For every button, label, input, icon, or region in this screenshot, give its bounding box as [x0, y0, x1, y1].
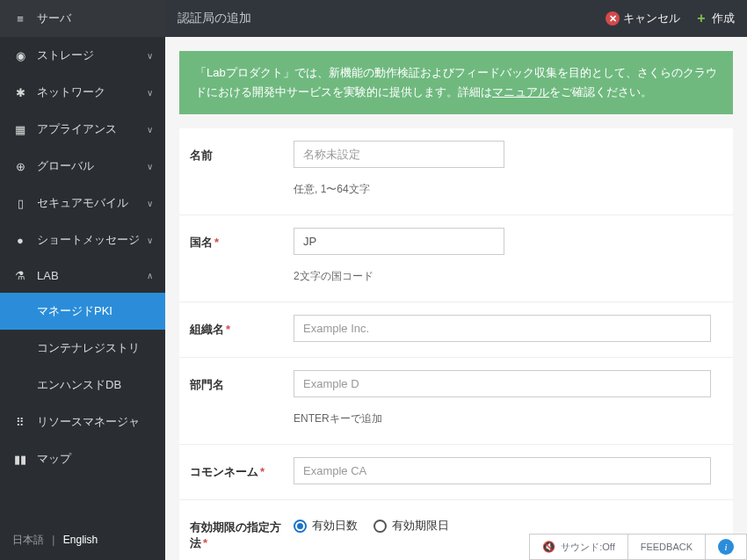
- mobile-icon: ▯: [12, 197, 28, 210]
- create-button[interactable]: +作成: [694, 11, 735, 26]
- country-hint: 2文字の国コード: [294, 264, 733, 289]
- footer-bar: 🔇サウンド:Off FEEDBACK i: [530, 534, 747, 560]
- feedback-button[interactable]: FEEDBACK: [627, 534, 706, 560]
- name-hint: 任意, 1〜64文字: [294, 177, 733, 202]
- radio-unchecked-icon: [374, 520, 387, 533]
- language-switcher[interactable]: 日本語 | English: [0, 520, 165, 560]
- sidebar-item-map[interactable]: ▮▮マップ: [0, 440, 165, 477]
- chevron-down-icon: ∨: [147, 236, 153, 245]
- row-cn: コモンネーム*: [179, 445, 733, 500]
- plus-icon: +: [694, 11, 708, 25]
- row-org: 組織名*: [179, 302, 733, 358]
- sidebar-item-appliance[interactable]: ▦アプライアンス∨: [0, 111, 165, 148]
- lab-notice: 「Labプロダクト」では、新機能の動作検証およびフィードバック収集を目的として、…: [179, 51, 733, 114]
- sidebar: ≡サーバ ◉ストレージ∨ ✱ネットワーク∨ ▦アプライアンス∨ ⊕グローバル∨ …: [0, 0, 165, 560]
- sidebar-item-network[interactable]: ✱ネットワーク∨: [0, 74, 165, 111]
- cn-input[interactable]: [294, 457, 711, 484]
- cancel-icon: ✕: [606, 11, 620, 25]
- form: 名前 任意, 1〜64文字 国名* 2文字の国コード 組織名* 部門名 ENTE: [179, 128, 733, 560]
- chevron-down-icon: ∨: [147, 162, 153, 171]
- lab-icon: ⚗: [12, 269, 28, 282]
- label-cn: コモンネーム*: [179, 445, 294, 499]
- manual-link[interactable]: マニュアル: [492, 85, 549, 98]
- network-icon: ✱: [12, 86, 28, 99]
- map-icon: ▮▮: [12, 453, 28, 466]
- row-country: 国名* 2文字の国コード: [179, 215, 733, 302]
- message-icon: ●: [12, 234, 28, 247]
- sidebar-item-global[interactable]: ⊕グローバル∨: [0, 148, 165, 185]
- label-name: 名前: [179, 128, 294, 215]
- cancel-button[interactable]: ✕キャンセル: [606, 11, 680, 26]
- chevron-down-icon: ∨: [147, 51, 153, 61]
- info-button[interactable]: i: [705, 534, 747, 560]
- org-input[interactable]: [294, 315, 711, 342]
- page-title: 認証局の追加: [178, 11, 591, 26]
- sidebar-item-storage[interactable]: ◉ストレージ∨: [0, 37, 165, 74]
- appliance-icon: ▦: [12, 123, 28, 136]
- server-icon: ≡: [12, 12, 28, 25]
- row-dept: 部門名 ENTERキーで追加: [179, 358, 733, 445]
- dept-hint: ENTERキーで追加: [294, 406, 733, 432]
- lang-jp[interactable]: 日本語: [12, 534, 44, 546]
- global-icon: ⊕: [12, 160, 28, 173]
- sidebar-subitem-enhanced-db[interactable]: エンハンスドDB: [0, 367, 165, 404]
- row-name: 名前 任意, 1〜64文字: [179, 128, 733, 215]
- sidebar-item-short-message[interactable]: ●ショートメッセージ∨: [0, 222, 165, 258]
- label-validity-method: 有効期限の指定方法*: [179, 500, 294, 560]
- info-icon: i: [718, 539, 734, 555]
- chevron-down-icon: ∨: [147, 199, 153, 208]
- sidebar-item-server[interactable]: ≡サーバ: [0, 0, 165, 37]
- label-org: 組織名*: [179, 302, 294, 357]
- chevron-down-icon: ∨: [147, 88, 153, 98]
- label-country: 国名*: [179, 215, 294, 302]
- radio-valid-days[interactable]: 有効日数: [294, 518, 358, 534]
- name-input[interactable]: [294, 141, 504, 168]
- sidebar-item-lab[interactable]: ⚗LAB∧: [0, 258, 165, 293]
- chevron-up-icon: ∧: [147, 271, 153, 280]
- storage-icon: ◉: [12, 49, 28, 62]
- sidebar-subitem-managed-pki[interactable]: マネージドPKI: [0, 293, 165, 330]
- lang-en[interactable]: English: [63, 534, 98, 546]
- sidebar-item-secure-mobile[interactable]: ▯セキュアモバイル∨: [0, 185, 165, 222]
- lang-separator: |: [52, 534, 54, 546]
- label-dept: 部門名: [179, 358, 294, 444]
- radio-valid-until[interactable]: 有効期限日: [374, 518, 449, 534]
- topbar: 認証局の追加 ✕キャンセル +作成: [165, 0, 747, 37]
- sidebar-item-resource-manager[interactable]: ⠿リソースマネージャ: [0, 404, 165, 440]
- content-area: 「Labプロダクト」では、新機能の動作検証およびフィードバック収集を目的として、…: [165, 37, 747, 560]
- sidebar-subitem-container-registry[interactable]: コンテナレジストリ: [0, 330, 165, 367]
- chevron-down-icon: ∨: [147, 125, 153, 135]
- dept-input[interactable]: [294, 370, 711, 397]
- resource-icon: ⠿: [12, 416, 28, 429]
- sound-off-icon: 🔇: [542, 541, 555, 553]
- radio-checked-icon: [294, 520, 307, 533]
- sidebar-menu: ≡サーバ ◉ストレージ∨ ✱ネットワーク∨ ▦アプライアンス∨ ⊕グローバル∨ …: [0, 0, 165, 520]
- sound-toggle[interactable]: 🔇サウンド:Off: [529, 534, 628, 560]
- country-input[interactable]: [294, 228, 504, 255]
